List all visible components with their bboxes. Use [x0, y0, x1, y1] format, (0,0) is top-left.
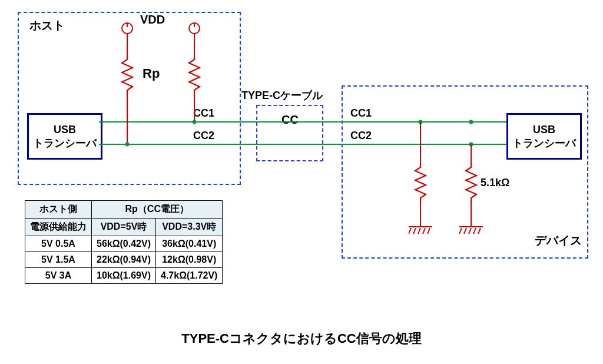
ground-icon	[409, 226, 432, 239]
svg-line-4	[423, 228, 425, 234]
svg-line-9	[469, 228, 471, 234]
svg-line-11	[478, 228, 481, 234]
device-transceiver-line2: トランシーバ	[512, 137, 576, 150]
ground-icon	[459, 226, 483, 239]
cell-supply: 5V 3A	[25, 268, 92, 284]
device-label: デバイス	[535, 233, 582, 249]
pulldown-lead	[420, 122, 421, 164]
cell-vdd5: 10kΩ(1.69V)	[92, 268, 156, 284]
svg-line-3	[418, 228, 420, 234]
vdd-label: VDD	[140, 13, 165, 27]
diagram-title: TYPE-CコネクタにおけるCC信号の処理	[0, 330, 603, 348]
th-rp: Rp（CC電圧）	[92, 201, 223, 219]
host-transceiver-line2: トランシーバ	[33, 137, 97, 150]
device-transceiver: USB トランシーバ	[506, 113, 582, 160]
cell-supply: 5V 0.5A	[25, 236, 92, 252]
pulldown-value-label: 5.1kΩ	[481, 177, 509, 189]
svg-line-7	[459, 228, 462, 234]
th-supply: 電源供給能力	[25, 219, 92, 236]
th-vdd5: VDD=5V時	[92, 219, 156, 236]
cell-vdd33: 4.7kΩ(1.72V)	[156, 268, 223, 284]
vdd-tick-icon	[127, 22, 128, 27]
svg-line-5	[428, 228, 430, 234]
device-cc1-label: CC1	[350, 107, 372, 120]
cc1-wire	[99, 121, 506, 123]
resistor-pulldown-icon	[414, 164, 427, 204]
cell-vdd5: 56kΩ(0.42V)	[92, 236, 156, 252]
rp-lead	[127, 34, 128, 57]
host-cc1-label: CC1	[193, 107, 214, 120]
rp-lead	[127, 95, 128, 145]
junction-node	[125, 143, 130, 147]
cc2-wire	[99, 144, 506, 145]
host-cc2-label: CC2	[193, 130, 214, 142]
host-label: ホスト	[29, 18, 65, 34]
resistor-pulldown-icon	[465, 164, 478, 204]
cell-vdd5: 22kΩ(0.94V)	[92, 252, 156, 268]
pulldown-lead	[471, 203, 472, 227]
cable-cc-label: CC	[281, 113, 299, 127]
svg-line-1	[409, 228, 411, 234]
cell-supply: 5V 1.5A	[25, 252, 92, 268]
svg-line-10	[473, 228, 476, 234]
pulldown-lead	[420, 203, 421, 227]
resistor-rp-icon	[121, 56, 134, 96]
device-transceiver-line1: USB	[533, 123, 555, 137]
cell-vdd33: 12kΩ(0.98V)	[156, 252, 223, 268]
pulldown-lead	[471, 144, 472, 164]
cable-label: TYPE-Cケーブル	[241, 88, 323, 102]
table-row: 5V 0.5A 56kΩ(0.42V) 36kΩ(0.41V)	[25, 236, 223, 252]
host-transceiver-line1: USB	[54, 123, 76, 137]
vdd-tick-icon	[194, 22, 195, 27]
device-cc2-label: CC2	[350, 130, 372, 142]
cell-vdd33: 36kΩ(0.41V)	[156, 236, 223, 252]
th-vdd33: VDD=3.3V時	[156, 219, 223, 236]
svg-line-2	[413, 228, 416, 234]
host-transceiver: USB トランシーバ	[27, 113, 102, 160]
resistor-rp-icon	[188, 56, 201, 96]
table-row: 5V 1.5A 22kΩ(0.94V) 12kΩ(0.98V)	[25, 252, 223, 268]
svg-line-8	[464, 228, 466, 234]
rp-label: Rp	[143, 66, 160, 81]
th-host: ホスト側	[25, 201, 92, 219]
junction-node	[193, 120, 197, 124]
rp-table: ホスト側 Rp（CC電圧） 電源供給能力 VDD=5V時 VDD=3.3V時 5…	[25, 200, 223, 284]
rp-lead	[194, 95, 195, 123]
rp-lead	[194, 34, 195, 57]
junction-node	[469, 120, 473, 124]
table-row: 5V 3A 10kΩ(1.69V) 4.7kΩ(1.72V)	[25, 268, 223, 284]
